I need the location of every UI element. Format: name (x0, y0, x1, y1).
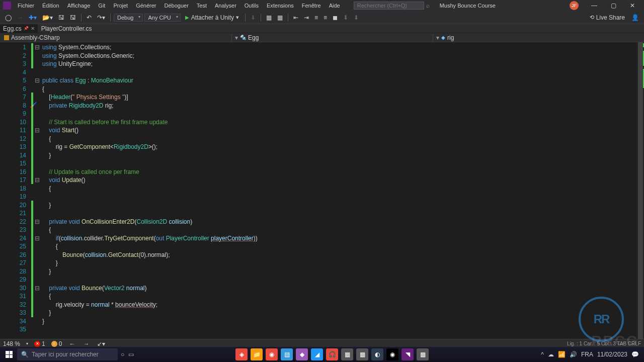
watermark-text: RRCG (592, 333, 639, 349)
tool-icon-1[interactable]: ▦ (264, 13, 274, 22)
warnings-indicator[interactable]: !0 (51, 340, 62, 347)
system-tray[interactable]: ^ ☁ 📶 🔊 FRA 11/02/2023 💬 (541, 351, 642, 358)
class-icon: 🔩 (240, 35, 246, 40)
taskbar-search[interactable]: 🔍 Taper ici pour rechercher (17, 348, 118, 360)
tool-icon-2[interactable]: ▦ (275, 13, 285, 22)
taskbar-vs[interactable]: ◥ (401, 348, 414, 360)
step-button[interactable]: ⬇ (249, 13, 258, 22)
project-crumb[interactable]: Assembly-CSharp (0, 34, 64, 41)
redo-button[interactable]: ↷▾ (95, 13, 107, 22)
save-button[interactable]: 🖫 (56, 13, 66, 22)
menu-test[interactable]: Test (193, 2, 210, 10)
menu-édition[interactable]: Édition (39, 2, 63, 10)
pin-icon[interactable]: 📌 (24, 26, 29, 31)
menu-extensions[interactable]: Extensions (263, 2, 297, 10)
search-input[interactable] (354, 2, 424, 10)
taskbar-app-8[interactable]: ▦ (341, 348, 353, 360)
close-window-button[interactable]: ✕ (624, 1, 641, 10)
uncomment-button[interactable]: ≡ (321, 13, 329, 22)
indent-in-button[interactable]: ⇥ (302, 13, 311, 22)
nav-dropdown[interactable]: ↙▾ (96, 340, 106, 347)
maximize-button[interactable]: ▢ (605, 1, 622, 10)
undo-button[interactable]: ↶ (85, 13, 94, 22)
menu-fenêtre[interactable]: Fenêtre (298, 2, 325, 10)
back-button[interactable]: ◯ (3, 13, 14, 22)
taskbar-app-12[interactable]: ▦ (417, 348, 429, 360)
taskbar-app-7[interactable]: 🎧 (326, 348, 338, 360)
code-area[interactable]: using System.Collections;using System.Co… (40, 42, 644, 339)
tab-Egg.cs[interactable]: Egg.cs📌✕ (0, 24, 38, 33)
menu-analyser[interactable]: Analyser (211, 2, 240, 10)
taskview-icon[interactable]: ▭ (128, 351, 134, 358)
close-icon[interactable]: ✕ (31, 26, 35, 31)
nav-prev-button[interactable]: ← (68, 340, 76, 347)
minimize-button[interactable]: — (586, 1, 603, 10)
windows-logo-icon (6, 351, 13, 358)
search-icon: 🔍 (21, 351, 29, 358)
vs-logo-icon (3, 2, 11, 10)
project-icon (4, 35, 9, 40)
menu-projet[interactable]: Projet (110, 2, 131, 10)
titlebar: FichierÉditionAffichageGitProjetGénérerD… (0, 0, 644, 11)
cortana-icon[interactable]: ○ (121, 351, 124, 358)
user-avatar[interactable]: JF (570, 1, 579, 10)
menu-git[interactable]: Git (95, 2, 109, 10)
tray-up-icon[interactable]: ^ (541, 351, 544, 358)
tool-icon-4[interactable]: ⬇ (352, 13, 361, 22)
account-icon[interactable]: 👤 (629, 13, 641, 22)
main-toolbar: ◯ → ✚▾ 📂▾ 🖫 🖫 ↶ ↷▾ Debug Any CPU ▶Attach… (0, 11, 644, 24)
errors-indicator[interactable]: ✕1 (34, 340, 45, 347)
bookmark-button[interactable]: ◼ (331, 13, 340, 22)
menu-affichage[interactable]: Affichage (64, 2, 94, 10)
start-button[interactable] (2, 348, 16, 361)
tool-icon-3[interactable]: ⬇ (341, 13, 350, 22)
save-all-button[interactable]: 🖫 (68, 13, 78, 22)
document-tabs: Egg.cs📌✕PlayerController.cs (0, 24, 644, 33)
taskbar-app-6[interactable]: ◢ (311, 348, 323, 360)
menu-déboguer[interactable]: Déboguer (161, 2, 192, 10)
tray-clock[interactable]: 11/02/2023 (597, 352, 627, 357)
indent-out-button[interactable]: ⇤ (291, 13, 300, 22)
solution-title: Mushy Bounce Course (440, 3, 496, 9)
taskbar-app-10[interactable]: ◐ (371, 348, 383, 360)
tab-PlayerController.cs[interactable]: PlayerController.cs (38, 24, 96, 33)
taskbar-app-4[interactable]: ▤ (281, 348, 293, 360)
taskbar-app-11[interactable]: ◉ (386, 348, 398, 360)
comment-button[interactable]: ≡ (312, 13, 320, 22)
taskbar-app-9[interactable]: ▦ (356, 348, 368, 360)
nav-bar: Assembly-CSharp ▾ 🔩 Egg ▾ ◆ rig (0, 33, 644, 42)
menu-générer[interactable]: Générer (132, 2, 159, 10)
taskbar-app-5[interactable]: ◆ (296, 348, 308, 360)
liveshare-button[interactable]: ⟲ Live Share (590, 14, 625, 21)
platform-dropdown[interactable]: Any CPU (144, 14, 180, 22)
code-editor[interactable]: 1234567891011121314151617181920212223242… (0, 42, 644, 339)
member-crumb[interactable]: ▾ ◆ rig (433, 34, 644, 41)
quick-action-icon[interactable]: 🖌️ (30, 102, 37, 108)
fold-gutter: ⊟⊟⊟⊟⊟⊟⊟ (34, 42, 40, 339)
forward-button[interactable]: → (15, 13, 25, 22)
windows-taskbar: 🔍 Taper ici pour rechercher ○ ▭ ◈ 📁 ◉ ▤ … (0, 347, 644, 362)
menu-aide[interactable]: Aide (326, 2, 344, 10)
menu-fichier[interactable]: Fichier (14, 2, 38, 10)
new-item-button[interactable]: ✚▾ (27, 13, 39, 22)
tray-volume-icon[interactable]: 🔊 (570, 351, 577, 358)
taskbar-app-2[interactable]: 📁 (251, 348, 263, 360)
class-crumb[interactable]: ▾ 🔩 Egg (231, 34, 433, 41)
field-icon: ◆ (441, 35, 445, 40)
tray-notification-icon[interactable]: 💬 (631, 351, 639, 358)
nav-next-button[interactable]: → (82, 340, 90, 347)
attach-button[interactable]: ▶Attacher à Unity ▾ (182, 13, 242, 22)
editor-scrollbar[interactable] (637, 42, 644, 339)
line-numbers: 1234567891011121314151617181920212223242… (0, 42, 30, 339)
config-dropdown[interactable]: Debug (114, 14, 143, 22)
zoom-level[interactable]: 148 % (3, 340, 20, 347)
open-button[interactable]: 📂▾ (40, 13, 55, 22)
tray-lang-icon[interactable]: FRA (581, 351, 593, 358)
tray-cloud-icon[interactable]: ☁ (548, 351, 554, 358)
search-icon[interactable]: ⌕ (426, 2, 430, 9)
tray-wifi-icon[interactable]: 📶 (558, 351, 566, 358)
menu-outils[interactable]: Outils (241, 2, 262, 10)
taskbar-app-1[interactable]: ◈ (235, 348, 248, 360)
taskbar-app-3[interactable]: ◉ (266, 348, 278, 360)
change-margin (30, 42, 34, 339)
